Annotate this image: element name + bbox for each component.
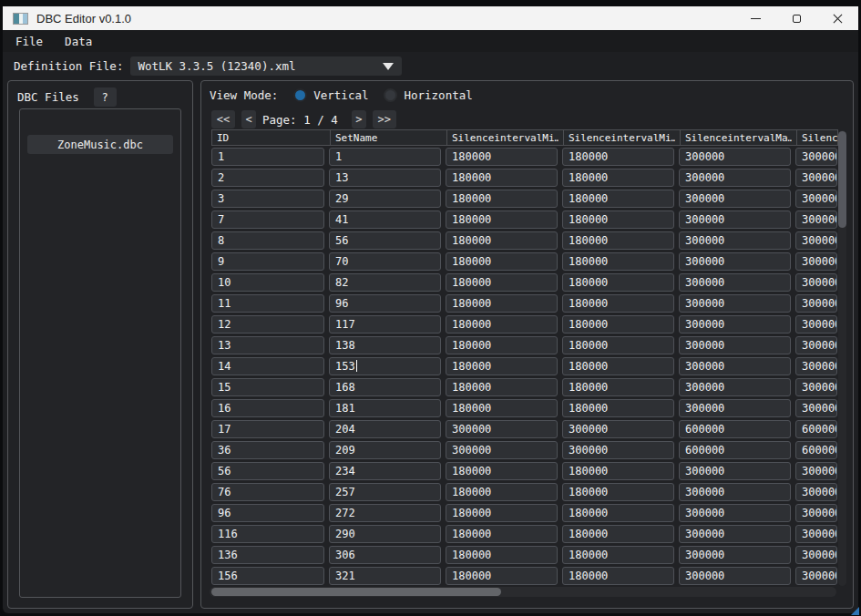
definition-file-combobox[interactable]: WotLK 3.3.5 (12340).xml [130,56,402,76]
column-header-setname[interactable]: SetName [330,130,442,145]
cell-input[interactable]: 180000 [446,462,558,480]
cell-input[interactable]: 41 [329,210,441,229]
cell-input[interactable]: 600000 [679,420,791,438]
cell-input[interactable]: 300000 [795,336,837,354]
cell-input[interactable]: 300000 [679,378,791,396]
cell-input[interactable]: 180000 [446,483,558,501]
cell-input[interactable]: 70 [329,252,441,271]
cell-input[interactable]: 300000 [795,273,837,292]
horizontal-scrollbar[interactable] [210,587,836,597]
cell-input[interactable]: 82 [329,273,441,292]
cell-input[interactable]: 600000 [795,441,837,459]
cell-input[interactable]: 16 [211,399,324,417]
cell-input[interactable]: 300000 [679,231,791,250]
cell-input[interactable]: 116 [211,525,324,543]
cell-input[interactable]: 36 [211,441,324,459]
radio-icon[interactable] [384,88,397,102]
cell-input[interactable]: 76 [211,483,324,501]
cell-input[interactable]: 180000 [562,169,674,187]
cell-input[interactable]: 11 [211,294,324,313]
cell-input[interactable]: 300000 [679,462,791,480]
cell-input[interactable]: 138 [329,336,441,354]
cell-input[interactable]: 180000 [562,567,674,585]
cell-input[interactable]: 300000 [795,462,837,480]
cell-input[interactable]: 180000 [562,190,674,208]
cell-input[interactable]: 96 [211,504,324,522]
cell-input[interactable]: 300000 [795,399,837,417]
cell-input[interactable]: 180000 [562,462,674,480]
cell-input[interactable]: 180000 [562,357,674,375]
column-header-silenceintervalmin-2[interactable]: SilenceintervalMi… [563,130,675,145]
next-page-button[interactable]: > [352,110,366,128]
cell-input[interactable]: 180000 [562,336,674,354]
cell-input[interactable]: 180000 [562,504,674,522]
cell-input[interactable]: 300000 [679,336,791,354]
cell-input[interactable]: 300000 [679,169,791,187]
cell-input[interactable]: 300000 [562,441,674,459]
cell-input[interactable]: 156 [211,567,324,585]
cell-input[interactable]: 300000 [679,148,791,166]
cell-input[interactable]: 180000 [562,210,674,229]
cell-input[interactable]: 204 [329,420,441,438]
cell-input[interactable]: 300000 [679,294,791,313]
cell-input[interactable]: 300000 [795,169,837,187]
menu-file[interactable]: File [6,32,52,51]
cell-input[interactable]: 180000 [446,294,558,313]
cell-input[interactable]: 306 [329,546,441,564]
cell-input[interactable]: 180000 [446,567,558,585]
vertical-scrollbar-thumb[interactable] [838,131,846,228]
cell-input[interactable]: 180000 [446,525,558,543]
cell-input[interactable]: 180000 [562,273,674,292]
cell-input[interactable]: 300000 [795,378,837,396]
cell-input[interactable]: 300000 [562,420,674,438]
column-header-id[interactable]: ID [212,130,325,145]
cell-input[interactable]: 1 [329,148,441,166]
cell-input[interactable]: 180000 [562,399,674,417]
cell-input[interactable]: 300000 [795,504,837,522]
cell-input[interactable]: 300000 [679,210,791,229]
cell-input[interactable]: 180000 [446,231,558,250]
cell-input[interactable]: 300000 [446,420,558,438]
cell-input[interactable]: 300000 [795,546,837,564]
column-header-silenceintervalmax-2[interactable]: Silenceinterval [796,130,838,145]
cell-input[interactable]: 180000 [446,252,558,271]
cell-input[interactable]: 9 [211,252,324,271]
cell-input[interactable]: 300000 [679,315,791,334]
cell-input[interactable]: 300000 [679,567,791,585]
cell-input[interactable]: 181 [329,399,441,417]
cell-input[interactable]: 300000 [679,190,791,208]
last-page-button[interactable]: >> [373,110,396,128]
cell-input[interactable]: 300000 [679,546,791,564]
cell-input[interactable]: 300000 [679,357,791,375]
cell-input[interactable]: 300000 [795,148,837,166]
cell-input[interactable]: 13 [211,336,324,354]
cell-input[interactable]: 153 [329,357,441,375]
cell-input[interactable]: 300000 [795,231,837,250]
cell-input[interactable]: 300000 [679,252,791,271]
cell-input[interactable]: 180000 [446,169,558,187]
cell-input[interactable]: 180000 [562,231,674,250]
cell-input[interactable]: 300000 [795,190,837,208]
cell-input[interactable]: 300000 [679,483,791,501]
minimize-button[interactable] [735,6,776,30]
cell-input[interactable]: 300000 [795,357,837,375]
column-header-silenceintervalmin-1[interactable]: SilenceintervalMi… [446,130,559,145]
cell-input[interactable]: 300000 [795,315,837,334]
cell-input[interactable]: 117 [329,315,441,334]
cell-input[interactable]: 272 [329,504,441,522]
maximize-button[interactable] [776,6,817,30]
cell-input[interactable]: 180000 [446,148,558,166]
cell-input[interactable]: 180000 [446,315,558,334]
cell-input[interactable]: 180000 [562,378,674,396]
cell-input[interactable]: 2 [211,169,324,187]
cell-input[interactable]: 300000 [795,525,837,543]
cell-input[interactable]: 300000 [795,567,837,585]
cell-input[interactable]: 7 [211,210,324,229]
column-header-silenceintervalmax-1[interactable]: SilenceintervalMa… [680,130,792,145]
prev-page-button[interactable]: < [241,110,256,128]
dbc-file-item[interactable]: ZoneMusic.dbc [27,135,173,154]
cell-input[interactable]: 168 [329,378,441,396]
cell-input[interactable]: 180000 [562,294,674,313]
cell-input[interactable]: 10 [211,273,324,292]
cell-input[interactable]: 234 [329,462,441,480]
